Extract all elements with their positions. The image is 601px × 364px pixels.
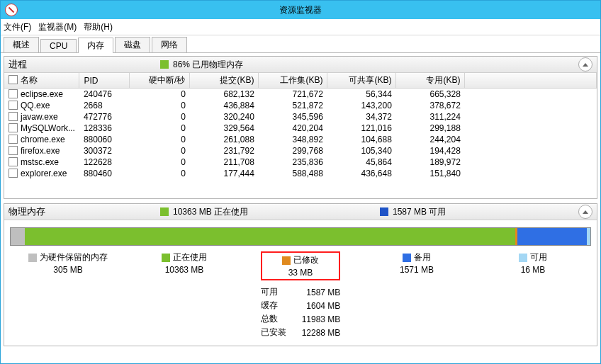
row-checkbox[interactable]	[9, 101, 18, 110]
tab-disk[interactable]: 磁盘	[115, 37, 150, 52]
processes-title: 进程	[9, 58, 27, 71]
tab-overview[interactable]: 概述	[4, 37, 39, 52]
table-row[interactable]: firefox.exe3003720231,792299,768105,3401…	[4, 145, 597, 157]
col-pid[interactable]: PID	[79, 73, 130, 89]
tab-memory[interactable]: 内存	[78, 38, 113, 53]
menu-help[interactable]: 帮助(H)	[84, 21, 113, 33]
processes-table: 名称 PID 硬中断/秒 提交(KB) 工作集(KB) 可共享(KB) 专用(K…	[4, 73, 597, 179]
row-checkbox[interactable]	[9, 146, 18, 155]
legend-modified: 已修改 33 MB	[242, 251, 359, 280]
menu-monitor[interactable]: 监视器(M)	[38, 21, 77, 33]
legend-reserved: 为硬件保留的内存 305 MB	[10, 251, 126, 280]
mem-usage-swatch	[160, 60, 169, 69]
chevron-up-icon	[583, 63, 588, 67]
highlight-box: 已修改 33 MB	[261, 251, 340, 280]
col-working[interactable]: 工作集(KB)	[259, 73, 327, 89]
chevron-up-icon	[583, 210, 588, 214]
memory-stats: 可用1587 MB 缓存1604 MB 总数11983 MB 已安装12288 …	[10, 285, 591, 340]
processes-header[interactable]: 进程 86% 已用物理内存	[4, 57, 597, 73]
menu-file[interactable]: 文件(F)	[4, 21, 31, 33]
table-row[interactable]: QQ.exe26680436,884521,872143,200378,672	[4, 100, 597, 111]
col-private[interactable]: 专用(KB)	[396, 73, 465, 89]
membar-seg-inuse	[25, 228, 515, 245]
physmem-panel: 物理内存 10363 MB 正在使用 1587 MB 可用 为硬件保留的内存 3…	[4, 203, 597, 346]
mem-usage-text: 86% 已用物理内存	[173, 59, 243, 71]
swatch-modified	[282, 256, 291, 265]
table-row[interactable]: chrome.exe8800600261,088348,892104,68824…	[4, 134, 597, 145]
physmem-title: 物理内存	[9, 205, 45, 218]
row-checkbox[interactable]	[9, 123, 18, 132]
processes-expander[interactable]	[578, 57, 592, 72]
row-checkbox[interactable]	[9, 169, 18, 178]
processes-panel: 进程 86% 已用物理内存 名称 PID 硬中断/秒 提交(KB) 工	[4, 56, 597, 199]
table-row[interactable]: eclipse.exe2404760682,132721,67256,34466…	[4, 89, 597, 101]
avail-swatch	[380, 207, 388, 216]
window-title: 资源监视器	[279, 4, 322, 16]
avail-text: 1587 MB 可用	[393, 206, 446, 218]
menubar: 文件(F) 监视器(M) 帮助(H)	[1, 19, 600, 35]
col-commit[interactable]: 提交(KB)	[190, 73, 259, 89]
tabs: 概述 CPU 内存 磁盘 网络	[1, 35, 600, 53]
col-filler	[465, 73, 597, 89]
membar-seg-reserved	[11, 228, 25, 245]
tab-cpu[interactable]: CPU	[40, 39, 77, 52]
membar-seg-free	[587, 228, 590, 245]
table-row[interactable]: mstsc.exe1226280211,708235,83645,864189,…	[4, 157, 597, 168]
swatch-inuse	[162, 254, 170, 262]
col-name[interactable]: 名称	[4, 73, 79, 89]
app-window: 资源监视器 文件(F) 监视器(M) 帮助(H) 概述 CPU 内存 磁盘 网络…	[0, 0, 601, 364]
swatch-standby	[403, 254, 411, 262]
app-icon	[5, 4, 18, 16]
table-row[interactable]: MySQLWork...1283360329,564420,204121,016…	[4, 123, 597, 134]
physmem-expander[interactable]	[578, 205, 592, 219]
used-text: 10363 MB 正在使用	[173, 206, 248, 218]
row-checkbox[interactable]	[9, 112, 18, 121]
col-hard[interactable]: 硬中断/秒	[130, 73, 190, 89]
swatch-reserved	[28, 254, 37, 262]
legend-free: 可用 16 MB	[475, 251, 591, 280]
col-share[interactable]: 可共享(KB)	[327, 73, 396, 89]
row-checkbox[interactable]	[9, 135, 18, 144]
memory-bar	[10, 227, 591, 246]
legend-standby: 备用 1571 MB	[359, 251, 475, 280]
table-row[interactable]: javaw.exe4727760320,240345,59634,372311,…	[4, 111, 597, 123]
row-checkbox[interactable]	[9, 89, 18, 98]
table-row[interactable]: explorer.exe8804600177,444588,488436,648…	[4, 168, 597, 179]
legend-inuse: 正在使用 10363 MB	[126, 251, 242, 280]
select-all-checkbox[interactable]	[9, 75, 18, 84]
membar-seg-standby	[517, 228, 587, 245]
swatch-free	[519, 254, 527, 262]
physmem-header[interactable]: 物理内存 10363 MB 正在使用 1587 MB 可用	[4, 204, 597, 220]
row-checkbox[interactable]	[9, 157, 18, 166]
titlebar: 资源监视器	[1, 1, 600, 19]
memory-legend: 为硬件保留的内存 305 MB 正在使用 10363 MB 已修改 33 MB	[10, 251, 591, 280]
tab-network[interactable]: 网络	[152, 37, 187, 52]
used-swatch	[160, 207, 169, 216]
